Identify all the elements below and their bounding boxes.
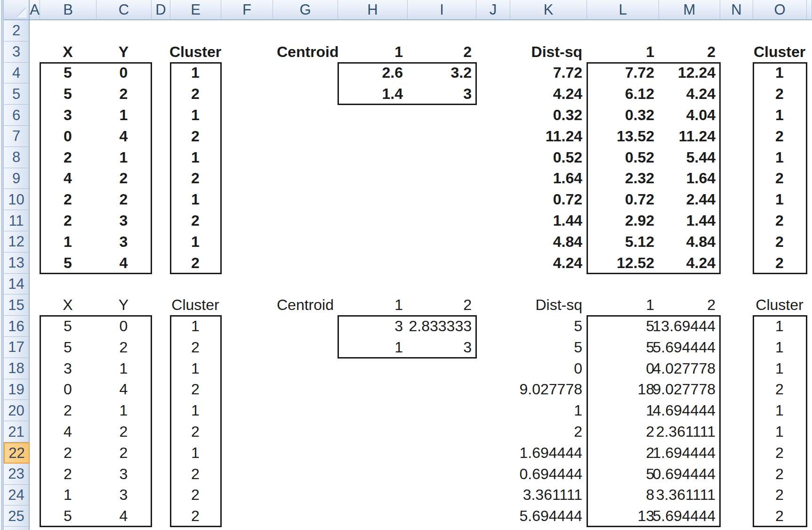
cell-K20[interactable]: 1 (510, 400, 587, 421)
cell-O4[interactable]: 1 (753, 63, 807, 84)
cell-L6[interactable]: 0.32 (587, 105, 659, 126)
cell-M3[interactable]: 2 (659, 41, 720, 63)
row-header-21[interactable]: 21 (4, 421, 30, 442)
row-header-14[interactable]: 14 (4, 274, 30, 295)
select-all-button[interactable] (4, 0, 30, 20)
cell-E12[interactable]: 1 (170, 231, 221, 253)
cell-E15[interactable]: Cluster (170, 294, 221, 316)
cell-B12[interactable]: 1 (40, 231, 96, 253)
cell-E18[interactable]: 1 (170, 358, 221, 379)
cell-K9[interactable]: 1.64 (510, 168, 587, 189)
row-header-23[interactable]: 23 (4, 464, 30, 485)
cell-O6[interactable]: 1 (753, 105, 807, 126)
cell-E3[interactable]: Cluster (170, 41, 221, 63)
cell-L11[interactable]: 2.92 (587, 210, 659, 231)
cell-M11[interactable]: 1.44 (659, 210, 720, 231)
cell-O17[interactable]: 1 (753, 337, 807, 358)
cell-E16[interactable]: 1 (170, 316, 221, 337)
cell-B19[interactable]: 0 (40, 379, 96, 400)
cell-C15[interactable]: Y (96, 294, 152, 316)
row-header-20[interactable]: 20 (4, 400, 30, 421)
cell-L18[interactable]: 0 (587, 358, 659, 379)
cell-H16[interactable]: 3 (338, 316, 408, 337)
cell-M24[interactable]: 3.361111 (659, 485, 720, 506)
cell-L7[interactable]: 13.52 (587, 126, 659, 147)
col-header-D[interactable]: D (152, 0, 170, 20)
cell-L21[interactable]: 2 (587, 421, 659, 442)
cell-O18[interactable]: 1 (753, 358, 807, 379)
cell-L12[interactable]: 5.12 (587, 231, 659, 253)
cell-K25[interactable]: 5.694444 (510, 506, 587, 527)
row-header-16[interactable]: 16 (4, 316, 30, 337)
cell-C5[interactable]: 2 (96, 83, 152, 105)
cell-B23[interactable]: 2 (40, 464, 96, 485)
cell-M8[interactable]: 5.44 (659, 147, 720, 168)
col-header-F[interactable]: F (221, 0, 273, 20)
cell-C6[interactable]: 1 (96, 105, 152, 126)
col-header-G[interactable]: G (273, 0, 338, 20)
cell-G15[interactable]: Centroid (273, 294, 338, 316)
cell-K5[interactable]: 4.24 (510, 83, 587, 105)
cell-L16[interactable]: 5 (587, 316, 659, 337)
col-header-H[interactable]: H (338, 0, 408, 20)
cell-B6[interactable]: 3 (40, 105, 96, 126)
cell-K10[interactable]: 0.72 (510, 189, 587, 210)
col-header-M[interactable]: M (659, 0, 720, 20)
cell-B11[interactable]: 2 (40, 210, 96, 231)
cell-B24[interactable]: 1 (40, 485, 96, 506)
cell-E17[interactable]: 2 (170, 337, 221, 358)
cell-L3[interactable]: 1 (587, 41, 659, 63)
cell-E6[interactable]: 1 (170, 105, 221, 126)
col-header-J[interactable]: J (476, 0, 510, 20)
cell-E11[interactable]: 2 (170, 210, 221, 231)
cell-E5[interactable]: 2 (170, 83, 221, 105)
cell-B17[interactable]: 5 (40, 337, 96, 358)
cell-K16[interactable]: 5 (510, 316, 587, 337)
cell-L15[interactable]: 1 (587, 294, 659, 316)
cell-O24[interactable]: 2 (753, 485, 807, 506)
cell-K11[interactable]: 1.44 (510, 210, 587, 231)
cell-K17[interactable]: 5 (510, 337, 587, 358)
row-header-15[interactable]: 15 (4, 294, 30, 316)
cell-H3[interactable]: 1 (338, 41, 408, 63)
cell-K18[interactable]: 0 (510, 358, 587, 379)
row-header-12[interactable]: 12 (4, 231, 30, 253)
cell-H4[interactable]: 2.6 (338, 63, 408, 84)
cell-O5[interactable]: 2 (753, 83, 807, 105)
cell-E7[interactable]: 2 (170, 126, 221, 147)
row-header-6[interactable]: 6 (4, 105, 30, 126)
row-header-9[interactable]: 9 (4, 168, 30, 189)
cell-L10[interactable]: 0.72 (587, 189, 659, 210)
col-header-B[interactable]: B (40, 0, 96, 20)
cell-E19[interactable]: 2 (170, 379, 221, 400)
col-header-A[interactable]: A (30, 0, 40, 20)
row-header-4[interactable]: 4 (4, 63, 30, 84)
cell-B21[interactable]: 4 (40, 421, 96, 442)
cell-E22[interactable]: 1 (170, 442, 221, 464)
cell-C16[interactable]: 0 (96, 316, 152, 337)
cell-C13[interactable]: 4 (96, 253, 152, 274)
cell-E20[interactable]: 1 (170, 400, 221, 421)
cell-B5[interactable]: 5 (40, 83, 96, 105)
cell-M18[interactable]: 4.027778 (659, 358, 720, 379)
cell-O8[interactable]: 1 (753, 147, 807, 168)
cell-E25[interactable]: 2 (170, 506, 221, 527)
cell-O16[interactable]: 1 (753, 316, 807, 337)
cell-L8[interactable]: 0.52 (587, 147, 659, 168)
cell-I17[interactable]: 3 (408, 337, 476, 358)
cell-K8[interactable]: 0.52 (510, 147, 587, 168)
cell-C18[interactable]: 1 (96, 358, 152, 379)
cell-O25[interactable]: 2 (753, 506, 807, 527)
cell-M12[interactable]: 4.84 (659, 231, 720, 253)
cell-O22[interactable]: 2 (753, 442, 807, 464)
cell-L4[interactable]: 7.72 (587, 63, 659, 84)
cell-M15[interactable]: 2 (659, 294, 720, 316)
cell-B4[interactable]: 5 (40, 63, 96, 84)
cell-G3[interactable]: Centroid (273, 41, 338, 63)
cell-L9[interactable]: 2.32 (587, 168, 659, 189)
cell-C7[interactable]: 4 (96, 126, 152, 147)
cell-M20[interactable]: 4.694444 (659, 400, 720, 421)
row-header-10[interactable]: 10 (4, 189, 30, 210)
cell-E4[interactable]: 1 (170, 63, 221, 84)
cell-L5[interactable]: 6.12 (587, 83, 659, 105)
